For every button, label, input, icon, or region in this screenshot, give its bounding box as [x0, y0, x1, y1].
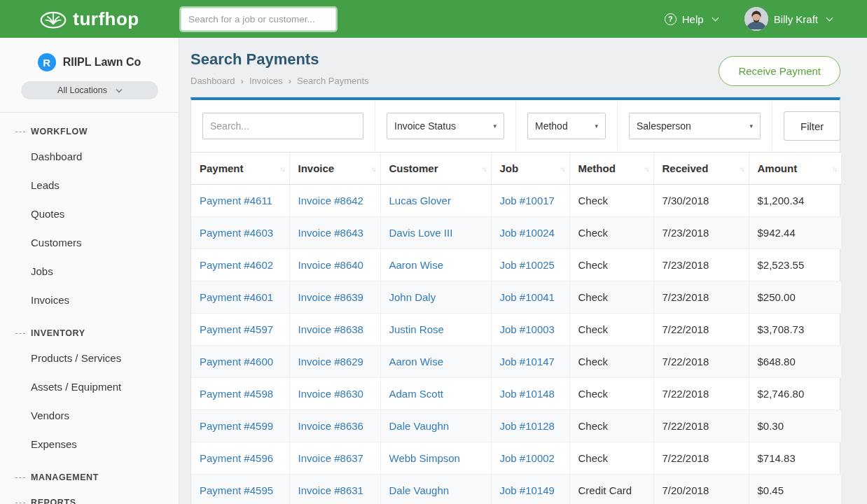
invoice-link[interactable]: Invoice #8643	[298, 227, 363, 239]
invoice-link[interactable]: Invoice #8629	[298, 356, 363, 368]
sidebar-item-vendors[interactable]: Vendors	[0, 401, 179, 430]
payment-link[interactable]: Payment #4603	[200, 227, 273, 239]
table-row: Payment #4603Invoice #8643Davis Love III…	[191, 217, 841, 249]
customer-link[interactable]: Webb Simpson	[389, 452, 460, 464]
amount-cell: $714.83	[749, 442, 841, 475]
payment-link[interactable]: Payment #4596	[200, 452, 273, 464]
payments-card: Invoice Status ▾ Method ▾ Salesperson ▾ …	[190, 97, 840, 504]
received-cell: 7/23/2018	[653, 281, 749, 314]
invoice-link[interactable]: Invoice #8640	[298, 259, 363, 271]
customer-link[interactable]: Davis Love III	[389, 227, 453, 239]
invoice-cell: Invoice #8637	[289, 442, 380, 475]
customer-link[interactable]: Aaron Wise	[389, 356, 444, 368]
sidebar-item-quotes[interactable]: Quotes	[0, 200, 179, 228]
column-header-job[interactable]: Job↑↓	[491, 153, 569, 185]
breadcrumb-current: Search Payments	[297, 76, 369, 86]
customer-link[interactable]: Adam Scott	[389, 388, 444, 400]
topbar: turfhop ? Help Billy Kraft	[0, 0, 867, 38]
customer-cell: Webb Simpson	[380, 442, 491, 475]
brand-logo[interactable]: turfhop	[40, 8, 139, 30]
branch-icon	[15, 477, 25, 478]
column-header-amount[interactable]: Amount↑↓	[749, 153, 841, 185]
method-cell: Check	[569, 410, 653, 442]
sidebar-item-assets-equipment[interactable]: Assets / Equipment	[0, 372, 179, 401]
payment-link[interactable]: Payment #4601	[200, 291, 273, 303]
section-management: MANAGEMENT	[0, 471, 179, 484]
receive-payment-button[interactable]: Receive Payment	[719, 56, 840, 86]
locations-dropdown[interactable]: All Locations	[21, 81, 158, 99]
customer-link[interactable]: Lucas Glover	[389, 195, 451, 206]
job-link[interactable]: Job #10002	[500, 452, 555, 464]
sidebar: R RIIPL Lawn Co All Locations WORKFLOW D…	[0, 38, 179, 504]
column-header-invoice[interactable]: Invoice↑↓	[289, 153, 380, 185]
help-menu[interactable]: ? Help	[665, 13, 718, 25]
sidebar-item-products-services[interactable]: Products / Services	[0, 344, 179, 372]
invoice-cell: Invoice #8643	[289, 217, 380, 249]
customer-cell: Dale Vaughn	[380, 475, 491, 504]
job-link[interactable]: Job #10128	[500, 420, 555, 432]
invoice-link[interactable]: Invoice #8637	[298, 452, 363, 464]
customer-link[interactable]: Aaron Wise	[389, 259, 444, 271]
global-search-input[interactable]	[181, 8, 336, 31]
sidebar-item-jobs[interactable]: Jobs	[0, 257, 179, 286]
job-link[interactable]: Job #10017	[500, 195, 555, 206]
job-link[interactable]: Job #10148	[500, 388, 555, 400]
job-cell: Job #10003	[491, 314, 569, 346]
customer-link[interactable]: Dale Vaughn	[389, 484, 450, 496]
payment-link[interactable]: Payment #4595	[200, 484, 273, 496]
invoice-link[interactable]: Invoice #8642	[298, 195, 363, 206]
payment-link[interactable]: Payment #4600	[200, 356, 273, 368]
payment-link[interactable]: Payment #4597	[200, 323, 273, 335]
amount-cell: $0.45	[749, 475, 841, 504]
invoice-link[interactable]: Invoice #8636	[298, 420, 363, 432]
customer-link[interactable]: Dale Vaughn	[389, 420, 450, 432]
section-label: REPORTS	[31, 498, 76, 504]
invoice-status-select[interactable]: Invoice Status ▾	[387, 113, 504, 139]
method-cell: Check	[569, 442, 653, 475]
invoice-link[interactable]: Invoice #8639	[298, 291, 363, 303]
column-header-customer[interactable]: Customer↑↓	[380, 153, 491, 185]
job-link[interactable]: Job #10149	[500, 484, 555, 496]
method-select[interactable]: Method ▾	[527, 113, 606, 139]
invoice-link[interactable]: Invoice #8630	[298, 388, 363, 400]
salesperson-select[interactable]: Salesperson ▾	[629, 113, 761, 139]
user-menu[interactable]: Billy Kraft	[744, 7, 832, 31]
invoice-link[interactable]: Invoice #8638	[298, 323, 363, 335]
job-link[interactable]: Job #10024	[500, 227, 555, 239]
method-cell: Check	[569, 217, 653, 249]
column-header-received[interactable]: Received↑↓	[653, 153, 749, 185]
table-row: Payment #4597Invoice #8638Justin RoseJob…	[191, 314, 841, 346]
customer-link[interactable]: John Daly	[389, 291, 436, 303]
job-link[interactable]: Job #10025	[500, 259, 555, 271]
sidebar-item-leads[interactable]: Leads	[0, 171, 179, 200]
amount-cell: $250.00	[749, 281, 841, 314]
brand-name: turfhop	[73, 8, 139, 30]
job-link[interactable]: Job #10041	[500, 291, 555, 303]
payment-cell: Payment #4600	[191, 346, 289, 378]
invoice-link[interactable]: Invoice #8631	[298, 484, 363, 496]
payment-link[interactable]: Payment #4599	[200, 420, 273, 432]
payments-table: Payment↑↓ Invoice↑↓ Customer↑↓ Job↑↓ Met…	[191, 152, 841, 504]
job-link[interactable]: Job #10147	[500, 356, 555, 368]
payments-search-input[interactable]	[202, 113, 363, 139]
customer-link[interactable]: Justin Rose	[389, 323, 444, 335]
payment-cell: Payment #4598	[191, 378, 289, 410]
invoice-cell: Invoice #8630	[289, 378, 380, 410]
received-cell: 7/23/2018	[653, 249, 749, 281]
received-cell: 7/22/2018	[653, 378, 749, 410]
sidebar-item-expenses[interactable]: Expenses	[0, 430, 179, 458]
job-link[interactable]: Job #10003	[500, 323, 555, 335]
sidebar-item-dashboard[interactable]: Dashboard	[0, 142, 179, 171]
column-header-payment[interactable]: Payment↑↓	[191, 153, 289, 185]
sidebar-item-invoices[interactable]: Invoices	[0, 286, 179, 314]
payment-link[interactable]: Payment #4602	[200, 259, 273, 271]
received-cell: 7/22/2018	[653, 410, 749, 442]
breadcrumb-invoices[interactable]: Invoices	[249, 76, 283, 86]
branch-icon	[15, 333, 25, 334]
sidebar-item-customers[interactable]: Customers	[0, 228, 179, 257]
breadcrumb-dashboard[interactable]: Dashboard	[190, 76, 235, 86]
filter-button[interactable]: Filter	[784, 111, 840, 141]
payment-link[interactable]: Payment #4598	[200, 388, 273, 400]
column-header-method[interactable]: Method↑↓	[569, 153, 653, 185]
payment-link[interactable]: Payment #4611	[200, 195, 272, 206]
